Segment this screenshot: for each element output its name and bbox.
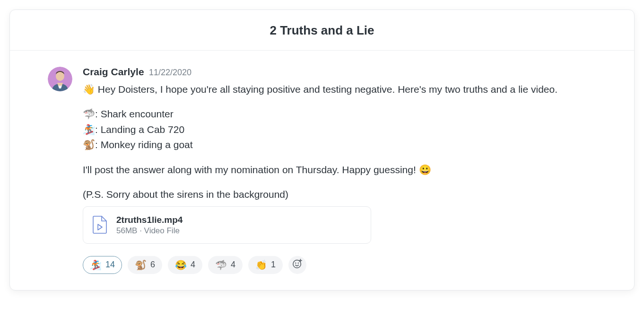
thread-header: 2 Truths and a Lie	[10, 10, 634, 51]
intro-text: Hey Doisters, I hope you're all staying …	[95, 84, 557, 95]
reaction-monkey[interactable]: 🐒 6	[128, 256, 162, 274]
facts-list: 🦈: Shark encounter 🏂: Landing a Cab 720 …	[83, 106, 596, 153]
reaction-count: 6	[150, 260, 155, 270]
thread-title: 2 Truths and a Lie	[19, 23, 625, 38]
snowboarder-icon: 🏂	[90, 260, 102, 270]
message-author[interactable]: Craig Carlyle	[83, 66, 144, 77]
reaction-count: 4	[191, 260, 195, 270]
thread-card: 2 Truths and a Lie	[9, 9, 635, 291]
reaction-count: 1	[271, 260, 276, 270]
reaction-count: 14	[105, 260, 115, 270]
attachment-meta: 56MB · Video File	[116, 226, 183, 236]
reaction-snowboarder[interactable]: 🏂 14	[83, 256, 122, 274]
svg-point-4	[296, 263, 296, 264]
attachment[interactable]: 2truths1lie.mp4 56MB · Video File	[83, 206, 371, 244]
shark-icon: 🦈	[215, 260, 227, 270]
attachment-filename: 2truths1lie.mp4	[116, 214, 183, 226]
message: Craig Carlyle 11/22/2020 👋 Hey Doisters,…	[48, 66, 596, 274]
reactions-bar: 🏂 14 🐒 6 😂 4 🦈 4	[83, 256, 596, 274]
svg-point-3	[293, 260, 301, 268]
clap-icon: 👏	[255, 260, 267, 270]
avatar[interactable]	[48, 67, 72, 91]
outro-paragraph: I'll post the answer along with my nomin…	[83, 162, 596, 178]
snowboarder-icon: 🏂	[83, 124, 95, 135]
fact-line: 🦈: Shark encounter	[83, 106, 596, 122]
add-reaction-icon	[292, 258, 303, 271]
joy-icon: 😂	[175, 260, 187, 270]
reaction-count: 4	[231, 260, 235, 270]
monkey-icon: 🐒	[135, 260, 147, 270]
message-date: 11/22/2020	[149, 68, 191, 77]
add-reaction-button[interactable]	[288, 256, 306, 274]
reaction-clap[interactable]: 👏 1	[248, 256, 283, 274]
message-meta: Craig Carlyle 11/22/2020	[83, 66, 596, 78]
reaction-shark[interactable]: 🦈 4	[208, 256, 243, 274]
fact-line: 🏂: Landing a Cab 720	[83, 122, 596, 138]
reaction-joy[interactable]: 😂 4	[168, 256, 202, 274]
intro-paragraph: 👋 Hey Doisters, I hope you're all stayin…	[83, 82, 596, 97]
svg-point-5	[298, 263, 298, 264]
ps-paragraph: (P.S. Sorry about the sirens in the back…	[83, 187, 596, 203]
message-body: 👋 Hey Doisters, I hope you're all stayin…	[83, 82, 596, 203]
shark-icon: 🦈	[83, 108, 95, 119]
video-file-icon	[93, 216, 107, 234]
fact-line: 🐒: Monkey riding a goat	[83, 137, 596, 153]
wave-icon: 👋	[83, 84, 95, 95]
monkey-icon: 🐒	[83, 139, 95, 150]
smile-icon: 😀	[419, 164, 431, 175]
